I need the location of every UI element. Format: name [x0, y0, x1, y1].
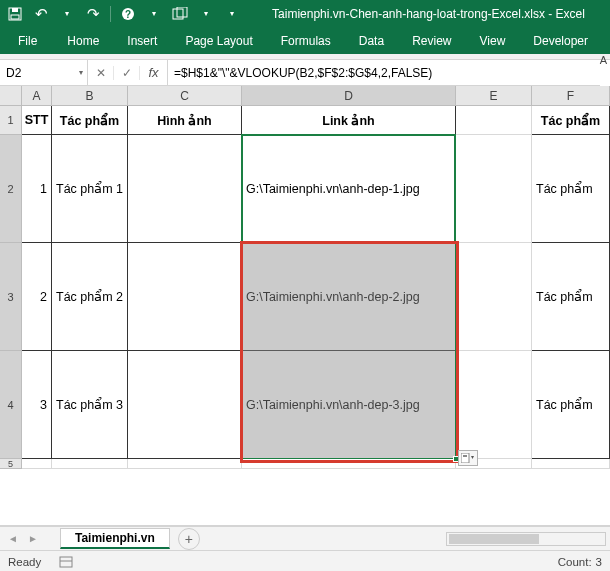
scrollbar-thumb[interactable]	[449, 534, 539, 544]
tab-data[interactable]: Data	[345, 27, 398, 54]
title-bar: ↶ ▾ ↷ ? ▾ ▾ ▾ Taimienphi.vn-Chen-anh-han…	[0, 0, 610, 27]
table-row: 2 1 Tác phẩm 1 G:\Taimienphi.vn\anh-dep-…	[0, 135, 610, 243]
cell[interactable]	[532, 459, 610, 469]
tab-view[interactable]: View	[466, 27, 520, 54]
table-row: 3 2 Tác phẩm 2 G:\Taimienphi.vn\anh-dep-…	[0, 243, 610, 351]
undo-icon[interactable]: ↶	[32, 5, 50, 23]
col-header-F[interactable]: F	[532, 86, 610, 105]
window-title: Taimienphi.vn-Chen-anh-hang-loat-trong-E…	[247, 7, 610, 21]
tab-developer[interactable]: Developer	[519, 27, 602, 54]
column-headers: A B C D E F	[0, 86, 610, 106]
dropdown-icon[interactable]: ▾	[79, 68, 83, 77]
touch-mode-icon[interactable]	[171, 5, 189, 23]
ribbon-tabs: File Home Insert Page Layout Formulas Da…	[0, 27, 610, 54]
table-row: 5	[0, 459, 610, 469]
add-sheet-button[interactable]: +	[178, 528, 200, 550]
cell[interactable]: Hình ảnh	[128, 106, 242, 135]
cell[interactable]	[456, 243, 532, 351]
cell[interactable]: Tác phẩm	[532, 106, 610, 135]
tab-home[interactable]: Home	[53, 27, 113, 54]
col-header-A[interactable]: A	[22, 86, 52, 105]
cell[interactable]	[22, 459, 52, 469]
tab-review[interactable]: Review	[398, 27, 465, 54]
svg-rect-2	[11, 15, 19, 19]
sheet-next-icon[interactable]: ►	[28, 533, 38, 544]
toolbar-hint-letter: A	[600, 54, 610, 66]
enter-icon[interactable]: ✓	[114, 66, 140, 80]
table-row: 4 3 Tác phẩm 3 G:\Taimienphi.vn\anh-dep-…	[0, 351, 610, 459]
dropdown-icon[interactable]: ▾	[197, 5, 215, 23]
qat-customize-icon[interactable]: ▾	[223, 5, 241, 23]
svg-text:?: ?	[125, 9, 131, 20]
cancel-icon[interactable]: ✕	[88, 66, 114, 80]
cell[interactable]: Tác phẩm 1	[52, 135, 128, 243]
status-count-value: 3	[596, 556, 602, 568]
status-count-label: Count:	[558, 556, 592, 568]
fx-icon[interactable]: fx	[140, 60, 168, 85]
table-header-row: 1 STT Tác phẩm Hình ảnh Link ảnh Tác phẩ…	[0, 106, 610, 135]
redo-icon[interactable]: ↷	[84, 5, 102, 23]
cell[interactable]: Tác phẩm	[52, 106, 128, 135]
dropdown-icon[interactable]: ▾	[58, 5, 76, 23]
formula-buttons: ✕ ✓	[88, 60, 140, 85]
cell[interactable]: STT	[22, 106, 52, 135]
status-icon	[59, 556, 73, 568]
status-ready: Ready	[8, 556, 41, 568]
sheet-tab-active[interactable]: Taimienphi.vn	[60, 528, 170, 549]
horizontal-scrollbar[interactable]	[446, 532, 606, 546]
cell[interactable]: G:\Taimienphi.vn\anh-dep-2.jpg	[242, 243, 456, 351]
row-header-1[interactable]: 1	[0, 106, 22, 135]
svg-rect-7	[461, 453, 469, 463]
cell[interactable]: Tác phẩm	[532, 351, 610, 459]
svg-rect-8	[463, 455, 467, 457]
tab-formulas[interactable]: Formulas	[267, 27, 345, 54]
name-box-value: D2	[6, 66, 21, 80]
cell[interactable]: Tác phẩm	[532, 135, 610, 243]
col-header-D[interactable]: D	[242, 86, 456, 105]
cell[interactable]: Link ảnh	[242, 106, 456, 135]
quick-access-toolbar: ↶ ▾ ↷ ? ▾ ▾ ▾	[0, 5, 247, 23]
row-header-4[interactable]: 4	[0, 351, 22, 459]
cell[interactable]	[456, 106, 532, 135]
sheet-prev-icon[interactable]: ◄	[8, 533, 18, 544]
row-header-3[interactable]: 3	[0, 243, 22, 351]
status-bar: Ready Count: 3	[0, 550, 610, 571]
row-header-5[interactable]: 5	[0, 459, 22, 469]
separator	[110, 6, 111, 22]
cell[interactable]: 1	[22, 135, 52, 243]
cell[interactable]	[128, 351, 242, 459]
tab-page-layout[interactable]: Page Layout	[171, 27, 266, 54]
autofill-options-icon[interactable]	[458, 450, 478, 466]
cell[interactable]	[456, 351, 532, 459]
cell[interactable]: Tác phẩm 3	[52, 351, 128, 459]
cell[interactable]: Tác phẩm	[532, 243, 610, 351]
svg-rect-1	[12, 8, 18, 12]
help-icon[interactable]: ?	[119, 5, 137, 23]
cell[interactable]	[52, 459, 128, 469]
cell[interactable]	[128, 459, 242, 469]
cell[interactable]	[128, 243, 242, 351]
cell[interactable]: G:\Taimienphi.vn\anh-dep-3.jpg	[242, 351, 456, 459]
cell[interactable]: G:\Taimienphi.vn\anh-dep-1.jpg	[242, 135, 456, 243]
cell[interactable]	[242, 459, 456, 469]
cell[interactable]: 3	[22, 351, 52, 459]
cell[interactable]	[128, 135, 242, 243]
name-box[interactable]: D2 ▾	[0, 60, 88, 85]
dropdown-icon[interactable]: ▾	[145, 5, 163, 23]
formula-input[interactable]: =$H$1&"\"&VLOOKUP(B2,$F$2:$G$4,2,FALSE)	[168, 60, 600, 85]
col-header-E[interactable]: E	[456, 86, 532, 105]
cell[interactable]: Tác phẩm 2	[52, 243, 128, 351]
tab-file[interactable]: File	[4, 27, 51, 54]
select-all-corner[interactable]	[0, 86, 22, 105]
sheet-nav: ◄ ►	[0, 533, 60, 544]
save-icon[interactable]	[6, 5, 24, 23]
col-header-C[interactable]: C	[128, 86, 242, 105]
cell[interactable]	[456, 135, 532, 243]
sheet-tab-bar: ◄ ► Taimienphi.vn +	[0, 526, 610, 550]
cell[interactable]: 2	[22, 243, 52, 351]
row-header-2[interactable]: 2	[0, 135, 22, 243]
worksheet-grid[interactable]: A B C D E F 1 STT Tác phẩm Hình ảnh Link…	[0, 86, 610, 526]
col-header-B[interactable]: B	[52, 86, 128, 105]
formula-bar: D2 ▾ ✕ ✓ fx =$H$1&"\"&VLOOKUP(B2,$F$2:$G…	[0, 60, 600, 86]
tab-insert[interactable]: Insert	[113, 27, 171, 54]
